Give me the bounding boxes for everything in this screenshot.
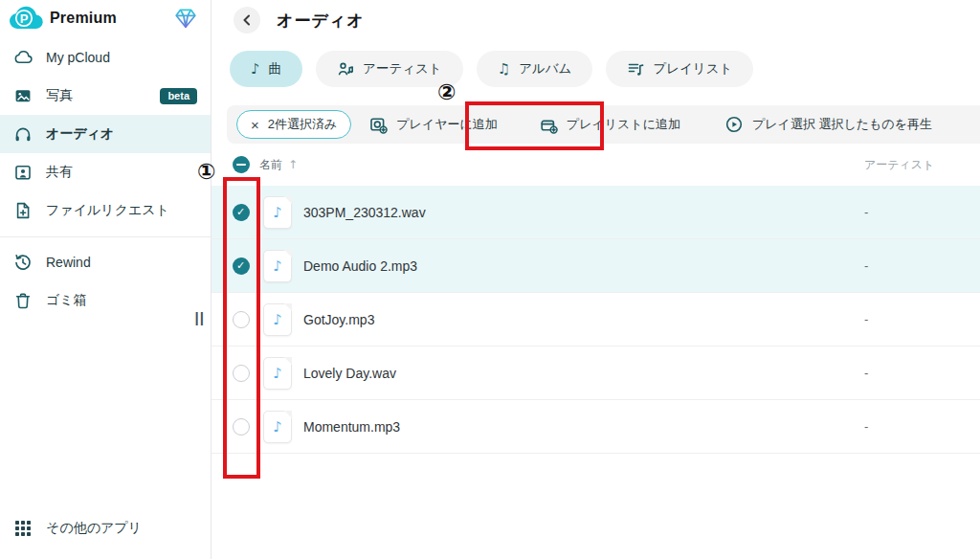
table-header: 名前 ↑ アーティスト [212, 144, 980, 186]
sidebar-item-label: 写真 [46, 87, 73, 104]
tab-playlists[interactable]: プレイリスト [606, 51, 753, 87]
add-to-playlist-button[interactable]: プレイリストに追加 [525, 105, 695, 144]
sidebar-item-label: ファイルリクエスト [46, 202, 169, 219]
sidebar-item-label: 共有 [46, 164, 73, 181]
audio-file-icon: ♪ [263, 357, 292, 390]
sidebar-item-label: オーディオ [46, 125, 114, 143]
tab-label: 曲 [269, 60, 282, 78]
tab-artists[interactable]: アーティスト [316, 51, 463, 87]
artist-value: - [864, 205, 980, 219]
album-notes-icon: ♫ [498, 62, 510, 77]
row-checkbox-unchecked[interactable] [233, 311, 250, 328]
selection-toolbar: × 2件選択済み プレイヤーに追加 プレイリストに追加 [227, 105, 980, 144]
file-name: Demo Audio 2.mp3 [303, 258, 864, 274]
file-name: 303PM_230312.wav [303, 205, 864, 220]
table-row[interactable]: ♪ 303PM_230312.wav - [212, 186, 980, 239]
main-content: オーディオ ♪ 曲 アーティスト ♫ アルバム [212, 0, 980, 559]
sidebar-divider [0, 236, 211, 237]
add-to-player-button[interactable]: プレイヤーに追加 [355, 105, 512, 144]
close-icon: × [251, 118, 259, 132]
beta-badge: beta [160, 88, 197, 104]
file-name: Momentum.mp3 [303, 419, 864, 435]
artist-value: - [864, 258, 980, 273]
trash-icon [13, 291, 33, 310]
premium-diamond-icon[interactable] [174, 7, 197, 30]
logo-row: P Premium [0, 0, 211, 36]
add-to-player-icon [369, 116, 388, 134]
button-label: プレイ選択 選択したものを再生 [752, 116, 932, 133]
select-all-checkbox[interactable] [233, 156, 250, 173]
sidebar-item-trash[interactable]: ゴミ箱 [0, 281, 211, 320]
sidebar-item-label: その他のアプリ [46, 520, 142, 537]
sort-ascending-icon[interactable]: ↑ [288, 158, 298, 171]
sidebar-item-photos[interactable]: 写真 beta [0, 77, 211, 115]
play-circle-icon [724, 115, 744, 134]
rewind-icon [13, 253, 33, 272]
row-checkbox-unchecked[interactable] [233, 365, 250, 382]
svg-text:P: P [20, 11, 29, 26]
tab-albums[interactable]: ♫ アルバム [477, 51, 593, 87]
pcloud-logo-icon[interactable]: P [8, 5, 44, 32]
table-row[interactable]: ♪ Demo Audio 2.mp3 - [212, 239, 980, 293]
sidebar-item-label: Rewind [46, 255, 91, 270]
artist-icon [337, 60, 354, 78]
page-title: オーディオ [277, 10, 365, 32]
apps-grid-icon [13, 519, 33, 538]
headphones-icon [13, 124, 33, 144]
column-header-artist[interactable]: アーティスト [864, 157, 980, 173]
table-row[interactable]: ♪ Momentum.mp3 - [212, 400, 980, 454]
button-label: プレイリストに追加 [567, 116, 680, 133]
audio-file-icon: ♪ [263, 250, 292, 282]
tab-label: プレイリスト [653, 60, 732, 78]
row-checkbox-unchecked[interactable] [233, 418, 250, 436]
column-header-name[interactable]: 名前 [259, 157, 282, 173]
audio-file-icon: ♪ [263, 411, 292, 443]
sidebar-item-audio[interactable]: オーディオ [0, 115, 211, 153]
song-list: ♪ 303PM_230312.wav - ♪ Demo Audio 2.mp3 … [212, 186, 980, 454]
row-checkbox-checked[interactable] [233, 204, 250, 221]
sidebar-resize-handle[interactable]: || [195, 309, 205, 325]
play-selected-button[interactable]: プレイ選択 選択したものを再生 [710, 105, 947, 144]
sidebar: P Premium My pCloud [0, 0, 212, 559]
sidebar-item-rewind[interactable]: Rewind [0, 243, 211, 281]
shared-icon [13, 163, 33, 182]
tab-songs[interactable]: ♪ 曲 [230, 51, 302, 87]
clear-selection-button[interactable]: × 2件選択済み [236, 110, 351, 139]
audio-file-icon: ♪ [263, 303, 292, 336]
audio-file-icon: ♪ [263, 196, 292, 229]
artist-value: - [864, 366, 980, 380]
cloud-icon [13, 48, 33, 67]
artist-value: - [864, 312, 980, 326]
photos-icon [13, 86, 33, 105]
table-row[interactable]: ♪ GotJoy.mp3 - [212, 293, 980, 347]
music-note-icon: ♪ [251, 62, 260, 77]
button-label: プレイヤーに追加 [396, 116, 498, 133]
sidebar-item-file-request[interactable]: ファイルリクエスト [0, 191, 211, 230]
table-row[interactable]: ♪ Lovely Day.wav - [212, 347, 980, 400]
tab-label: アーティスト [363, 60, 442, 78]
audio-tabs: ♪ 曲 アーティスト ♫ アルバム [230, 51, 980, 87]
sidebar-item-other-apps[interactable]: その他のアプリ [0, 509, 211, 548]
sidebar-nav: My pCloud 写真 beta オーディオ [0, 38, 211, 320]
plan-label: Premium [50, 10, 117, 27]
add-to-playlist-icon [540, 116, 558, 134]
playlist-icon [627, 60, 644, 78]
file-name: Lovely Day.wav [303, 366, 864, 381]
file-name: GotJoy.mp3 [303, 312, 864, 327]
back-button[interactable] [234, 7, 260, 34]
selection-count-label: 2件選択済み [268, 116, 338, 133]
sidebar-item-shared[interactable]: 共有 [0, 153, 211, 191]
row-checkbox-checked[interactable] [233, 257, 250, 275]
artist-value: - [864, 419, 980, 434]
sidebar-item-my-pcloud[interactable]: My pCloud [0, 38, 211, 77]
sidebar-item-label: ゴミ箱 [46, 292, 87, 309]
file-request-icon [13, 201, 33, 220]
tab-label: アルバム [519, 60, 571, 78]
sidebar-item-label: My pCloud [46, 50, 110, 65]
